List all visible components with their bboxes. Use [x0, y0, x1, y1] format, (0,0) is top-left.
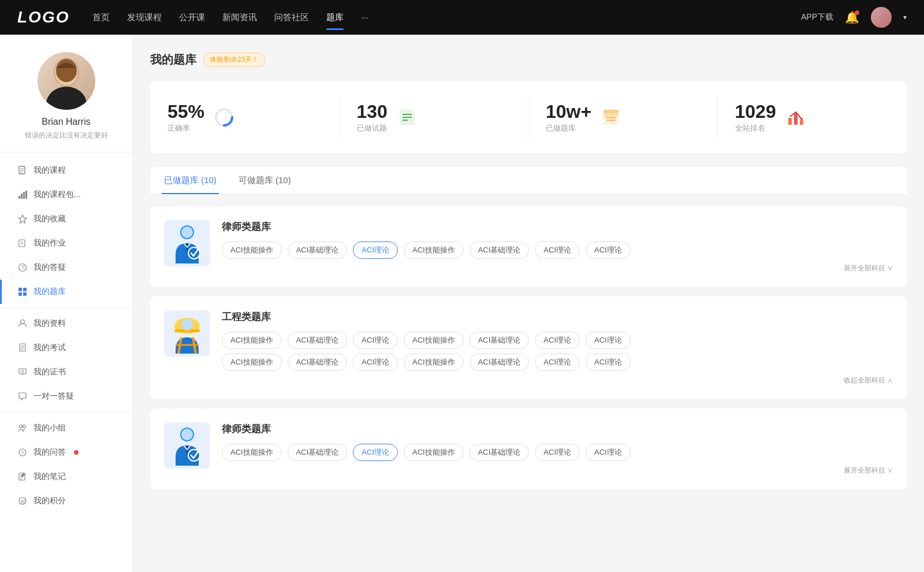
sidebar-item-qbank[interactable]: 我的题库	[0, 280, 132, 304]
qbank-tag[interactable]: ACI技能操作	[222, 444, 282, 461]
qbank-tag[interactable]: ACI技能操作	[404, 354, 464, 371]
banks-icon	[601, 107, 621, 128]
grid-icon	[17, 287, 28, 297]
nav-home[interactable]: 首页	[92, 10, 110, 25]
svg-point-68	[188, 450, 200, 461]
qbank-tag[interactable]: ACI基础理论	[288, 332, 348, 349]
nav-discover[interactable]: 发现课程	[127, 10, 162, 25]
main-layout: Brian Harris 错误的决定比没有决定要好 我的课程 我的课程包...	[0, 35, 924, 572]
sidebar-item-cert[interactable]: 我的证书	[0, 360, 132, 384]
avatar[interactable]	[871, 7, 892, 28]
qbank-tag[interactable]: ACI理论	[535, 332, 580, 349]
qbank-tag[interactable]: ACI理论	[586, 444, 631, 461]
qbank-tag[interactable]: ACI基础理论	[288, 444, 348, 461]
qbank-tag[interactable]: ACI技能操作	[404, 242, 464, 259]
divider-2	[0, 412, 132, 413]
qbank-tag[interactable]: ACI技能操作	[222, 354, 282, 371]
svg-rect-18	[18, 288, 22, 291]
expand-button-3[interactable]: 展开全部科目 ∨	[222, 466, 893, 476]
notification-bell[interactable]: 🔔	[845, 10, 859, 24]
qbank-tags-1: ACI技能操作 ACI基础理论 ACI理论 ACI技能操作 ACI基础理论 AC…	[222, 242, 893, 259]
svg-rect-11	[25, 191, 27, 199]
qbank-tag[interactable]: ACI基础理论	[288, 242, 348, 259]
sidebar-label-myqa: 我的答疑	[33, 262, 66, 273]
qbank-tags-2: ACI技能操作 ACI基础理论 ACI理论 ACI技能操作 ACI基础理论 AC…	[222, 332, 893, 349]
tab-available[interactable]: 可做题库 (10)	[236, 167, 293, 194]
page-title: 我的题库	[150, 52, 196, 68]
sidebar-item-exam[interactable]: 我的考试	[0, 336, 132, 360]
qbank-tag-active[interactable]: ACI理论	[353, 242, 398, 259]
qbank-tag[interactable]: ACI基础理论	[470, 354, 530, 371]
qbank-tag[interactable]: ACI理论	[535, 444, 580, 461]
sidebar-label-points: 我的积分	[33, 496, 66, 506]
divider-1	[0, 307, 132, 308]
qbank-tag[interactable]: ACI理论	[535, 242, 580, 259]
qbank-content-2: 工程类题库 ACI技能操作 ACI基础理论 ACI理论 ACI技能操作 ACI基…	[222, 310, 893, 385]
sidebar-item-group[interactable]: 我的小组	[0, 416, 132, 440]
logo[interactable]: LOGO	[17, 8, 69, 27]
svg-point-58	[181, 226, 193, 238]
sidebar-label-qbank: 我的题库	[33, 287, 66, 297]
qbank-tag[interactable]: ACI理论	[586, 332, 631, 349]
doc-icon	[17, 343, 28, 353]
nav-more[interactable]: ···	[361, 10, 368, 25]
main-content: 我的题库 体验剩余23天！ 55% 正确率	[133, 35, 924, 572]
nav-qa[interactable]: 问答社区	[274, 10, 309, 25]
page-header: 我的题库 体验剩余23天！	[150, 52, 907, 68]
qbank-tag[interactable]: ACI理论	[535, 354, 580, 371]
accuracy-icon	[214, 107, 234, 128]
nav-qbank[interactable]: 题库	[326, 10, 344, 25]
qbank-tag[interactable]: ACI理论	[586, 354, 631, 371]
collapse-button-2[interactable]: 收起全部科目 ∧	[222, 376, 893, 385]
chevron-down-icon[interactable]: ▾	[903, 13, 907, 21]
nav-opencourse[interactable]: 公开课	[179, 10, 205, 25]
user-profile: Brian Harris 错误的决定比没有决定要好	[0, 35, 132, 153]
qbank-tag[interactable]: ACI理论	[586, 242, 631, 259]
qbank-tag[interactable]: ACI基础理论	[470, 444, 530, 461]
qbank-tag[interactable]: ACI技能操作	[222, 332, 282, 349]
svg-rect-8	[18, 196, 20, 199]
qbank-tag[interactable]: ACI理论	[353, 354, 398, 371]
svg-rect-55	[800, 120, 803, 125]
sidebar-item-course[interactable]: 我的课程	[0, 158, 132, 183]
sidebar-label-qa: 我的问答	[33, 447, 66, 458]
sidebar: Brian Harris 错误的决定比没有决定要好 我的课程 我的课程包...	[0, 35, 133, 572]
qbank-tag[interactable]: ACI技能操作	[222, 242, 282, 259]
sidebar-item-notes[interactable]: 我的笔记	[0, 465, 132, 489]
app-download-button[interactable]: APP下载	[801, 12, 833, 23]
sidebar-item-qa[interactable]: ? 我的问答	[0, 440, 132, 465]
sidebar-item-profile[interactable]: 我的资料	[0, 311, 132, 336]
qbank-tag-active[interactable]: ACI理论	[353, 444, 398, 461]
svg-rect-21	[23, 292, 27, 296]
qbank-tag[interactable]: ACI基础理论	[288, 354, 348, 371]
sidebar-item-myqa[interactable]: ? 我的答疑	[0, 255, 132, 280]
sidebar-label-course: 我的课程	[33, 165, 66, 176]
svg-point-64	[181, 319, 193, 330]
qbank-card-engineer: 工程类题库 ACI技能操作 ACI基础理论 ACI理论 ACI技能操作 ACI基…	[150, 296, 907, 399]
qbank-tag[interactable]: ACI技能操作	[404, 444, 464, 461]
tab-done[interactable]: 已做题库 (10)	[162, 167, 219, 194]
qbank-tag[interactable]: ACI基础理论	[470, 332, 530, 349]
tab-bar: 已做题库 (10) 可做题库 (10)	[150, 167, 907, 195]
qbank-tag[interactable]: ACI理论	[353, 332, 398, 349]
stat-banks: 10w+ 已做题库	[528, 95, 718, 139]
qbank-icon-lawyer-2	[164, 422, 210, 469]
sidebar-item-favorites[interactable]: 我的收藏	[0, 207, 132, 231]
nav-news[interactable]: 新闻资讯	[222, 10, 257, 25]
svg-rect-54	[794, 113, 798, 125]
sidebar-item-points[interactable]: 积 我的积分	[0, 489, 132, 513]
sidebar-item-package[interactable]: 我的课程包...	[0, 183, 132, 207]
question-icon: ?	[17, 262, 28, 273]
stat-rank-value: 1029	[735, 101, 776, 122]
qbank-tags-2b: ACI技能操作 ACI基础理论 ACI理论 ACI技能操作 ACI基础理论 AC…	[222, 354, 893, 371]
qbank-tag[interactable]: ACI基础理论	[470, 242, 530, 259]
qbank-tag[interactable]: ACI技能操作	[404, 332, 464, 349]
svg-rect-10	[23, 192, 25, 199]
sidebar-item-homework[interactable]: 我的作业	[0, 231, 132, 255]
chat-icon	[17, 391, 28, 402]
sidebar-item-1on1[interactable]: 一对一答疑	[0, 384, 132, 408]
expand-button-1[interactable]: 展开全部科目 ∨	[222, 263, 893, 273]
svg-rect-50	[603, 110, 619, 113]
svg-text:?: ?	[21, 265, 25, 271]
file-icon	[17, 165, 28, 176]
